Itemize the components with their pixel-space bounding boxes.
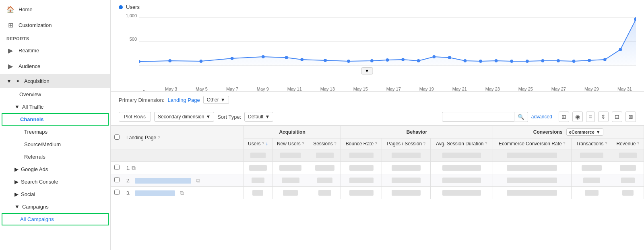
svg-point-18 [448,56,451,59]
sidebar-item-overview[interactable]: Overview [0,88,110,101]
row3-ecomm-cell [493,187,571,199]
row3-landing-cell: 3. ⧉ [123,187,244,199]
bounce-rate-help-icon[interactable]: ? [375,142,377,146]
row1-num: 1. [126,165,130,171]
sidebar-item-social[interactable]: ▶ Social [0,188,110,200]
landing-page-header: Landing Page ? [123,126,244,149]
revenue-help-icon[interactable]: ? [637,142,640,146]
advanced-link[interactable]: advanced [531,114,552,120]
landing-page-help-icon[interactable]: ? [157,136,160,140]
ecommerce-conv-header[interactable]: Ecommerce Conversion Rate ? [493,138,571,149]
totals-pages-cell [382,149,431,162]
bounce-rate-header[interactable]: Bounce Rate ? [341,138,382,149]
sidebar-item-realtime[interactable]: ▶ Realtime [0,43,110,58]
avg-session-help-icon[interactable]: ? [485,142,487,146]
select-all-checkbox[interactable] [114,134,120,140]
y-label-500: 500 [130,37,137,41]
users-chart-svg [139,13,636,78]
sidebar-item-source-medium[interactable]: Source/Medium [0,138,110,151]
sidebar-campaigns-label: Campaigns [22,204,49,210]
performance-view-button[interactable]: ≡ [586,112,595,122]
totals-sessions-cell [309,149,341,162]
google-ads-arrow-icon: ▶ [14,166,19,172]
secondary-dimension-dropdown[interactable]: Secondary dimension ▼ [154,112,214,122]
totals-label-cell [123,149,244,162]
table-row: 3. ⧉ [111,187,644,199]
transactions-header[interactable]: Transactions ? [572,138,612,149]
row1-trans-cell [572,162,612,174]
calendar-toggle-btn[interactable]: ▼ [361,67,373,74]
users-header[interactable]: Users ? ↓ [244,138,272,149]
pie-view-button[interactable]: ◉ [572,112,583,122]
select-all-checkbox-cell [111,126,123,149]
row2-checkbox[interactable] [114,177,120,182]
acquisition-arrow-icon: ▼ [6,78,12,84]
lifetime-view-button[interactable]: ⊠ [625,112,636,122]
users-sort-icon[interactable]: ↓ [266,141,268,147]
sort-type-dropdown[interactable]: Default ▼ [244,112,273,122]
users-legend-label: Users [126,4,140,10]
sidebar-item-audience[interactable]: ▶ Audience [0,58,110,74]
secondary-dim-label: Secondary dimension [158,114,204,120]
sidebar-item-home[interactable]: 🏠 Home [0,2,110,17]
plot-rows-button[interactable]: Plot Rows [119,112,151,122]
conv-type-label: eCommerce [569,130,594,134]
sidebar-item-treemaps[interactable]: Treemaps [0,126,110,138]
svg-point-21 [495,59,498,62]
x-label-4: May 9 [257,87,269,91]
sessions-header[interactable]: Sessions ? [309,138,341,149]
new-users-label: New Users [277,141,301,147]
row2-url-bar [135,178,191,184]
pages-session-header[interactable]: Pages / Session ? [382,138,431,149]
table-view-button[interactable]: ⊞ [559,112,569,122]
x-label-10: May 21 [452,87,467,91]
sidebar-item-home-label: Home [19,6,33,12]
sidebar-item-acquisition[interactable]: ▼ ✦ Acquisition [0,74,110,88]
transactions-help-icon[interactable]: ? [605,142,607,146]
row2-copy-icon[interactable]: ⧉ [196,177,200,184]
sidebar-item-all-traffic[interactable]: ▼ All Traffic [0,101,110,113]
other-dropdown[interactable]: Other ▼ [203,96,229,104]
search-input[interactable] [442,112,514,122]
svg-point-19 [464,59,467,62]
pivot-view-button[interactable]: ⊟ [612,112,622,122]
row3-avg-cell [430,187,493,199]
row1-checkbox[interactable] [114,165,120,170]
svg-point-23 [526,60,529,63]
row3-copy-icon[interactable]: ⧉ [180,190,184,196]
avg-session-label: Avg. Session Duration [436,141,484,147]
row2-avg-cell [430,174,493,187]
sidebar-item-search-console[interactable]: ▶ Search Console [0,176,110,188]
sessions-help-icon[interactable]: ? [334,142,336,146]
secondary-dim-arrow: ▼ [206,114,211,120]
sidebar-item-campaigns[interactable]: ▼ Campaigns [0,200,110,213]
row2-users-cell [244,174,272,187]
sidebar-item-customization[interactable]: ⊞ Customization [0,17,110,33]
new-users-help-icon[interactable]: ? [302,142,304,146]
svg-point-5 [168,59,171,62]
new-users-header[interactable]: New Users ? [272,138,309,149]
sessions-label: Sessions [313,141,333,147]
users-help-icon[interactable]: ? [262,142,264,146]
row3-checkbox[interactable] [114,190,120,195]
avg-session-header[interactable]: Avg. Session Duration ? [430,138,493,149]
totals-bounce-cell [341,149,382,162]
conversions-type-dropdown[interactable]: eCommerce ▼ [566,128,603,136]
comparison-view-button[interactable]: ⇕ [598,112,609,122]
data-table-wrap: Landing Page ? Acquisition Behavior Conv… [111,126,644,199]
row1-sessions-cell [309,162,341,174]
totals-users-cell [244,149,272,162]
sidebar-item-channels[interactable]: Channels [2,113,109,126]
bounce-rate-label: Bounce Rate [346,141,374,147]
sidebar-item-google-ads[interactable]: ▶ Google Ads [0,163,110,176]
revenue-header[interactable]: Revenue ? [612,138,644,149]
sidebar-item-all-campaigns[interactable]: All Campaigns [2,213,109,225]
pages-session-help-icon[interactable]: ? [423,142,425,146]
sidebar-item-referrals[interactable]: Referrals [0,151,110,163]
row3-bounce-cell [341,187,382,199]
sidebar-item-realtime-label: Realtime [19,48,39,54]
ecommerce-conv-help-icon[interactable]: ? [563,142,566,146]
search-button[interactable]: 🔍 [514,112,528,122]
row1-ecomm-cell [493,162,571,174]
row1-copy-icon[interactable]: ⧉ [132,165,136,171]
